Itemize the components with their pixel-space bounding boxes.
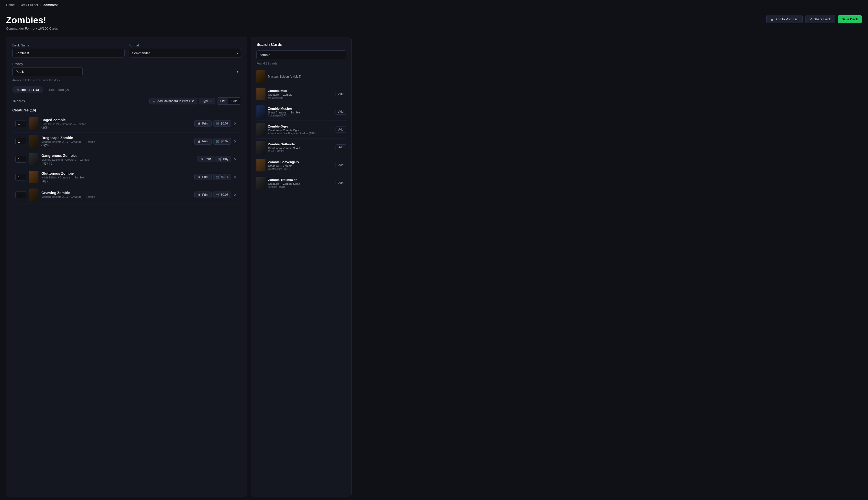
card-thumbnail [30,153,38,166]
print-button[interactable]: 🖨 Print [194,120,212,127]
page-header: Zombies! Commander Format • 16/100 Cards… [0,10,868,33]
card-cost: {4}{B} [42,180,191,182]
card-info: Caged Zombie Core Set 2021 • Creature — … [42,118,191,129]
nav-home[interactable]: Home [6,3,15,7]
card-thumbnail [30,135,38,148]
add-mainboard-print-button[interactable]: 🖨 Add Mainboard to Print List [149,98,197,104]
quantity-stepper[interactable] [15,120,26,127]
card-info: Dregscape Zombie Modern Masters 2017 • C… [42,136,191,147]
print-list-button[interactable]: 🖨 Add to Print List [766,15,803,23]
search-panel: Search Cards Found 38 cards Masters Edit… [251,37,352,497]
share-deck-button[interactable]: ↗ Share Deck [805,15,835,23]
found-count: Found 38 cards [256,62,346,65]
result-type: Snow Creature — Zombie [268,111,333,114]
view-grid-button[interactable]: Grid [228,98,241,104]
printer-icon: 🖨 [770,17,774,21]
result-set: Mirage (MIR) [268,96,333,99]
card-info: Gluttonous Zombie Ninth Edition • Creatu… [42,171,191,182]
card-thumbnail [30,189,38,201]
privacy-select[interactable]: Public Private [12,67,82,76]
card-thumbnail [30,171,38,183]
add-card-button[interactable]: Add [335,180,346,186]
result-name: Zombie Outlander [268,142,333,146]
list-item: Zombie Musher Snow Creature — Zombie Col… [256,103,346,121]
deck-name-input[interactable] [12,49,125,57]
printer-icon-card: 🖨 [200,157,203,161]
result-info: Zombie Trailblazer Creature — Zombie Sco… [268,178,333,188]
search-input[interactable] [256,50,346,59]
printer-icon-card: 🖨 [198,139,201,143]
result-info: Zombie Scavengers Creature — Zombie Weat… [268,160,333,170]
card-meta: Modern Masters 2017 • Creature — Zombie [42,140,191,143]
card-meta: Masters Edition II • Creature — Zombie [42,158,194,161]
deck-panel: Deck Name Format Commander Standard Mode… [6,37,247,497]
card-thumbnail-result [256,123,266,136]
result-name: Zombie Musher [268,107,333,111]
card-actions: 🖨 Print 🛒 $0.07 ✕ [194,120,238,127]
printer-icon-card: 🖨 [198,193,201,196]
quantity-stepper[interactable] [15,174,26,181]
price-button[interactable]: 🛒 $0.07 [213,120,231,127]
tab-mainboard[interactable]: Mainboard (16) [12,86,43,93]
search-input-wrap [256,50,346,59]
format-group: Format Commander Standard Modern ▾ [129,43,241,57]
remove-button[interactable]: ✕ [233,138,238,145]
price-button[interactable]: 🛒 $0.17 [213,174,231,180]
add-card-button[interactable]: Add [335,126,346,133]
nav-current: Zombies! [43,3,58,7]
table-row: Dregscape Zombie Modern Masters 2017 • C… [12,133,241,150]
remove-button[interactable]: ✕ [233,192,238,198]
remove-button[interactable]: ✕ [233,174,238,181]
format-select[interactable]: Commander Standard Modern [129,49,241,57]
main-layout: Deck Name Format Commander Standard Mode… [0,33,868,500]
header-actions: 🖨 Add to Print List ↗ Share Deck Save De… [766,15,862,23]
print-button[interactable]: 🖨 Print [194,138,212,145]
quantity-stepper[interactable] [15,138,26,145]
card-actions: 🖨 Print 🛒 Buy ✕ [197,156,238,163]
print-button[interactable]: 🖨 Print [194,192,212,198]
result-name: Zombie Mob [268,89,333,93]
view-list-button[interactable]: List [217,98,228,104]
quantity-stepper[interactable] [15,192,26,198]
type-filter-button[interactable]: Type ▾ [199,98,215,104]
result-set: Torment (TOR) [268,185,333,188]
card-meta: Modern Masters 2017 • Creature — Zombie [42,195,191,198]
result-info: Zombie Musher Snow Creature — Zombie Col… [268,107,333,117]
card-meta: Ninth Edition • Creature — Zombie [42,176,191,179]
list-item: Zombie Ogre Creature — Zombie Ogre Adven… [256,121,346,138]
result-info: Zombie Outlander Creature — Zombie Scout… [268,142,333,152]
privacy-hint: Anyone with the link can view this deck [12,79,241,82]
deck-name-group: Deck Name [12,43,125,57]
card-thumbnail-result [256,88,266,100]
buy-button[interactable]: 🛒 Buy [215,156,231,162]
add-card-button[interactable]: Add [335,91,346,97]
printer-icon-card: 🖨 [198,175,201,179]
page-title: Zombies! [6,15,58,26]
card-name: Gluttonous Zombie [42,171,191,175]
result-type: Creature — Zombie Scout [268,182,333,185]
cart-icon: 🛒 [218,157,222,161]
save-deck-button[interactable]: Save Deck [838,15,862,23]
toolbar-right: 🖨 Add Mainboard to Print List Type ▾ Lis… [149,98,241,105]
card-list-toolbar: 16 cards 🖨 Add Mainboard to Print List T… [12,98,241,105]
add-card-button[interactable]: Add [335,109,346,115]
sep-info: Masters Edition IV (ML4) [268,75,346,78]
price-button[interactable]: 🛒 $0.07 [213,138,231,145]
printer-icon-card: 🖨 [198,122,201,125]
deck-tabs: Mainboard (16) Sideboard (0) [12,86,241,93]
add-card-button[interactable]: Add [335,162,346,168]
price-button[interactable]: 🛒 $0.06 [213,192,231,198]
nav-deck-builder[interactable]: Deck Builder [20,3,38,7]
privacy-label: Privacy [12,62,241,66]
card-info: Gangrenous Zombies Masters Edition II • … [42,154,194,164]
tab-sideboard[interactable]: Sideboard (0) [44,86,73,93]
remove-button[interactable]: ✕ [233,156,238,163]
print-button[interactable]: 🖨 Print [197,156,214,162]
add-card-button[interactable]: Add [335,144,346,150]
card-meta: Core Set 2021 • Creature — Zombie [42,123,191,125]
result-set: Coldsnap (CSP) [268,114,333,117]
print-button[interactable]: 🖨 Print [194,174,212,180]
card-name: Gangrenous Zombies [42,154,194,158]
remove-button[interactable]: ✕ [233,120,238,127]
quantity-stepper[interactable] [15,156,26,163]
